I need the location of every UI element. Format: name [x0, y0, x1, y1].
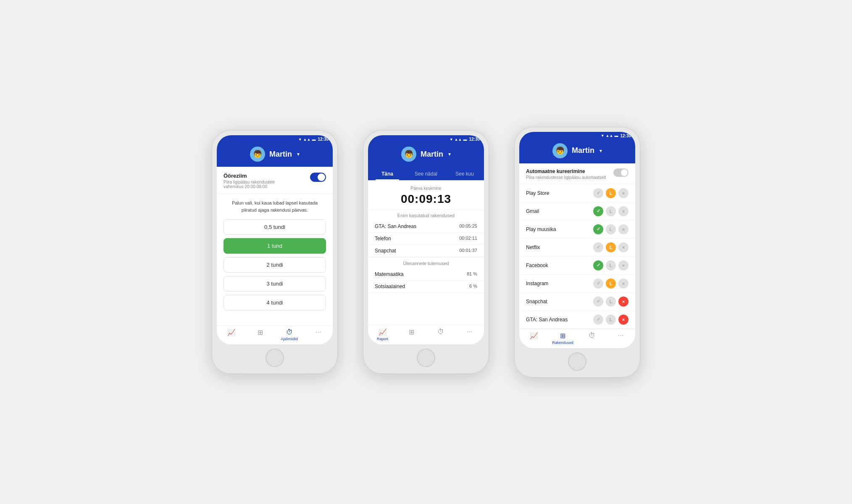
clock-gta3[interactable]: L: [606, 315, 616, 325]
task-name-math: Matemaatika: [375, 271, 404, 277]
check-playstore[interactable]: ✓: [593, 188, 603, 198]
app-name-gta3: GTA: San Andreas: [526, 317, 593, 323]
nav-apps-2[interactable]: ⊞: [397, 328, 426, 341]
check-snapchat3[interactable]: ✓: [593, 297, 603, 307]
task-name-soc: Sotsiaalained: [375, 284, 405, 289]
auto-label: Automaatne kureerimine: [526, 168, 606, 174]
report-content: Päeva keskmine 00:09:13 Enim kasutatud r…: [368, 181, 484, 325]
more-icon-3: ···: [618, 332, 623, 339]
timer-icon-2: ⏱: [437, 328, 444, 336]
night-mode-section: Ööreziim Piira ligipääsu rakendustele va…: [217, 167, 333, 194]
bottom-nav-3: 📈 ⊞ Rakendused ⏱ ···: [519, 329, 635, 348]
time-option-3[interactable]: 3 tundi: [224, 276, 326, 291]
nav-apps-1[interactable]: ⊞: [246, 328, 275, 341]
status-time-2: 12:30: [469, 137, 480, 142]
status-bar-2: ▼ ▲▲ ▬ 12:30: [368, 135, 484, 142]
time-option-2[interactable]: 2 tundi: [224, 257, 326, 273]
scene: ▼ ▲▲ ▬ 12:30 👦 Martin ▾ Ööreziim Piira l…: [195, 110, 657, 394]
tab-week[interactable]: See nädal: [407, 167, 445, 180]
signal-icon-3: ▲▲: [606, 134, 613, 138]
x-gta3[interactable]: ×: [618, 315, 628, 325]
bottom-nav-1: 📈 ⊞ ⏱ Ajalimiidid ···: [217, 326, 333, 344]
status-bar-1: ▼ ▲▲ ▬ 12:30: [217, 135, 333, 142]
x-snapchat3[interactable]: ×: [618, 297, 628, 307]
timer-icon-3: ⏱: [589, 332, 595, 339]
x-facebook[interactable]: ×: [618, 260, 628, 270]
app-controls-snapchat3: ✓ L ×: [593, 297, 628, 307]
apps-screen-content: Automaatne kureerimine Piira rakendustes…: [519, 163, 635, 329]
clock-instagram[interactable]: L: [606, 278, 616, 289]
x-playmusic[interactable]: ×: [618, 224, 628, 234]
chevron-down-3[interactable]: ▾: [600, 148, 602, 154]
chevron-down-1[interactable]: ▾: [297, 151, 300, 157]
app-name-snapchat: Snapchat: [375, 248, 396, 254]
nav-timer-3[interactable]: ⏱: [577, 332, 606, 345]
home-button-2[interactable]: [417, 349, 435, 367]
nav-timer-2[interactable]: ⏱: [426, 328, 455, 341]
app-name-playstore: Play Store: [526, 190, 593, 196]
auto-text: Automaatne kureerimine Piira rakendustes…: [526, 168, 606, 180]
home-button-3[interactable]: [568, 352, 586, 371]
nav-apps-3[interactable]: ⊞ Rakendused: [548, 332, 577, 345]
app-time-gta: 00:05:25: [459, 223, 477, 229]
clock-snapchat3[interactable]: L: [606, 297, 616, 307]
app-name-gta: GTA: San Andreas: [375, 223, 416, 229]
battery-icon-2: ▬: [463, 137, 467, 142]
check-playmusic[interactable]: ✓: [593, 224, 603, 234]
task-val-math: 81 %: [467, 271, 477, 277]
home-button-1[interactable]: [266, 349, 284, 367]
clock-playmusic[interactable]: L: [606, 224, 616, 234]
nav-timer-1[interactable]: ⏱ Ajalimiidid: [275, 328, 304, 341]
check-gmail[interactable]: ✓: [593, 206, 603, 216]
nav-more-3[interactable]: ···: [606, 332, 635, 345]
time-option-0[interactable]: 0,5 tundi: [224, 219, 326, 235]
user-name-2: Martin: [421, 150, 443, 159]
avatar-1: 👦: [250, 147, 265, 162]
x-playstore[interactable]: ×: [618, 188, 628, 198]
clock-netflix[interactable]: L: [606, 242, 616, 252]
clock-facebook[interactable]: L: [606, 260, 616, 270]
check-instagram[interactable]: ✓: [593, 278, 603, 289]
x-instagram[interactable]: ×: [618, 278, 628, 289]
app-controls-instagram: ✓ L ×: [593, 278, 628, 289]
tab-month[interactable]: See kuu: [445, 167, 484, 180]
app-row-snapchat3: Snapchat ✓ L ×: [519, 293, 635, 311]
app-row-facebook: Facebook ✓ L ×: [519, 257, 635, 275]
app-name-netflix: Netflix: [526, 244, 593, 250]
nav-report-3[interactable]: 📈: [519, 332, 548, 345]
auto-toggle[interactable]: [613, 168, 628, 177]
check-gta3[interactable]: ✓: [593, 315, 603, 325]
tab-today[interactable]: Täna: [368, 167, 407, 180]
time-option-4[interactable]: 4 tundi: [224, 295, 326, 310]
clock-gmail[interactable]: L: [606, 206, 616, 216]
grid-icon-1: ⊞: [258, 328, 263, 336]
phone-3-screen: ▼ ▲▲ ▬ 12:30 👦 Martin ▾ Automaatne kuree…: [519, 132, 635, 348]
app-name-telefon: Telefon: [375, 236, 391, 242]
chevron-down-2[interactable]: ▾: [448, 151, 451, 157]
phone-1-screen: ▼ ▲▲ ▬ 12:30 👦 Martin ▾ Ööreziim Piira l…: [217, 135, 333, 344]
check-netflix[interactable]: ✓: [593, 242, 603, 252]
grid-icon-3: ⊞: [560, 332, 565, 340]
nav-report-1[interactable]: 📈: [217, 328, 246, 341]
app-name-playmusic: Play muusika: [526, 226, 593, 232]
check-facebook[interactable]: ✓: [593, 260, 603, 270]
nav-timer-label-1: Ajalimiidid: [281, 337, 298, 341]
screen-content-1: Ööreziim Piira ligipääsu rakendustele va…: [217, 167, 333, 326]
app-time-telefon: 00:02:11: [459, 236, 477, 242]
clock-playstore[interactable]: L: [606, 188, 616, 198]
x-netflix[interactable]: ×: [618, 242, 628, 252]
nav-more-2[interactable]: ···: [455, 328, 484, 341]
time-option-1[interactable]: 1 tund: [224, 238, 326, 254]
nav-report-2[interactable]: 📈 Raport: [368, 328, 397, 341]
task-val-soc: 6 %: [469, 284, 477, 289]
avatar-3: 👦: [552, 143, 568, 158]
battery-icon-3: ▬: [614, 134, 618, 138]
nav-more-1[interactable]: ···: [304, 328, 333, 341]
app-controls-facebook: ✓ L ×: [593, 260, 628, 270]
night-mode-toggle[interactable]: [310, 173, 326, 182]
app-controls-playstore: ✓ L ×: [593, 188, 628, 198]
wifi-icon: ▼: [298, 137, 302, 142]
user-name-3: Martin: [572, 146, 594, 155]
time-options-list: 0,5 tundi 1 tund 2 tundi 3 tundi 4 tundi: [217, 219, 333, 315]
x-gmail[interactable]: ×: [618, 206, 628, 216]
